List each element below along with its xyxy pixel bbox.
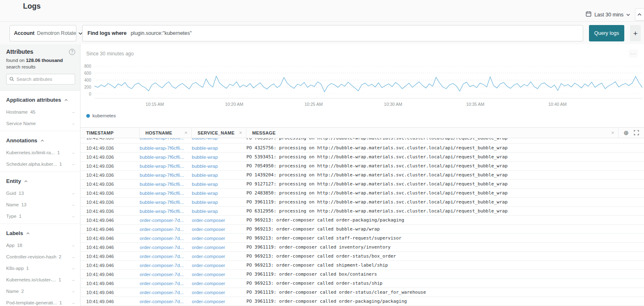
cell-hostname-link[interactable]: bubble-wrap-7f6cf6... [140,146,192,151]
cell-hostname-link[interactable]: order-composer-7d... [140,299,192,304]
table-row[interactable]: 10:41:49.046 order-composer-7d... order-… [80,297,644,306]
table-row[interactable]: 10:41:49.036 bubble-wrap-7f6cf6... bubbl… [80,189,644,198]
cell-hostname-link[interactable]: order-composer-7d... [140,245,192,250]
cell-service-name-link[interactable]: bubble-wrap [192,209,246,214]
account-selector[interactable]: Account Demotron Rotate [9,25,76,41]
attribute-item[interactable]: Pod-template-generati... 1 – [0,297,80,306]
attribute-item[interactable]: Type 1 – [0,210,80,222]
attribute-item-name: Type [6,214,16,219]
cell-service-name-link[interactable]: bubble-wrap [192,164,246,169]
table-row[interactable]: 10:41:49.036 bubble-wrap-7f6cf6... bubbl… [80,180,644,189]
cell-hostname-link[interactable]: order-composer-7d... [140,263,192,268]
cell-service-name-link[interactable]: order-composer [192,254,246,259]
search-attributes-input[interactable] [16,77,72,82]
table-row[interactable]: 10:41:49.036 bubble-wrap-7f6cf6... bubbl… [80,207,644,216]
table-row[interactable]: 10:41:49.036 bubble-wrap-7f6cf6... bubbl… [80,162,644,171]
table-row[interactable]: 10:41:49.046 order-composer-7d... order-… [80,243,644,252]
table-row[interactable]: 10:41:49.046 order-composer-7d... order-… [80,279,644,288]
attribute-item[interactable]: Guid 13 – [0,187,80,199]
table-row[interactable]: 10:41:49.046 order-composer-7d... order-… [80,270,644,279]
add-query-button[interactable]: + [630,25,641,41]
table-row[interactable]: 10:41:49.046 order-composer-7d... order-… [80,234,644,243]
remove-column-icon[interactable]: × [239,130,242,136]
cell-hostname-link[interactable]: bubble-wrap-7f6cf6... [140,191,192,196]
column-header-hostname[interactable]: HOSTNAME × [140,128,192,138]
attribute-item[interactable]: App 18 – [0,240,80,251]
query-logs-button[interactable]: Query logs [589,25,624,41]
column-header-timestamp[interactable]: TIMESTAMP [80,128,140,138]
table-row[interactable]: 10:41:49.036 bubble-wrap-7f6cf6... bubbl… [80,198,644,207]
expand-table-icon[interactable] [634,130,639,135]
cell-service-name-link[interactable]: order-composer [192,272,246,277]
attribute-item[interactable]: K8s-app 1 – [0,263,80,274]
cell-service-name-link[interactable]: bubble-wrap [192,155,246,160]
chart-legend[interactable]: kubernetes [86,113,116,118]
cell-service-name-link[interactable]: order-composer [192,263,246,268]
remove-column-icon[interactable]: × [611,130,614,136]
cell-hostname-link[interactable]: order-composer-7d... [140,254,192,259]
legend-dot-kubernetes [86,114,90,118]
table-row[interactable]: 10:41:49.046 order-composer-7d... order-… [80,225,644,234]
cell-service-name-link[interactable]: order-composer [192,245,246,250]
cell-message: PO 5393451: processing on http://bubble-… [246,154,644,160]
table-row[interactable]: 10:41:49.046 order-composer-7d... order-… [80,216,644,225]
table-row[interactable]: 10:41:49.046 order-composer-7d... order-… [80,261,644,270]
attribute-item[interactable]: Name 2 – [0,285,80,297]
cell-hostname-link[interactable]: bubble-wrap-7f6cf6... [140,138,192,140]
attribute-section-header[interactable]: Entity [0,174,80,187]
attribute-section-header[interactable]: Application attributes [0,93,80,106]
cell-service-name-link[interactable]: order-composer [192,227,246,232]
log-query-input[interactable]: Find logs where plugin.source:"kubernete… [82,25,583,41]
cell-hostname-link[interactable]: order-composer-7d... [140,218,192,223]
attribute-item-count: 2 [59,254,61,259]
cell-hostname-link[interactable]: bubble-wrap-7f6cf6... [140,155,192,160]
remove-column-icon[interactable]: × [184,130,188,136]
attribute-item[interactable]: Controller-revision-hash 2 – [0,251,80,263]
column-header-service-name[interactable]: SERVICE_NAME × [192,128,246,138]
add-column-icon[interactable]: ⊕ [623,130,629,136]
attribute-section-header[interactable]: Labels [0,226,80,240]
attributes-search[interactable] [6,74,75,84]
cell-hostname-link[interactable]: order-composer-7d... [140,290,192,295]
attribute-item[interactable]: Kubernetes.io/limit-ra... 1 – [0,147,80,158]
table-row[interactable]: 10:41:49.046 order-composer-7d... order-… [80,252,644,261]
attribute-item[interactable]: Service Name – [0,118,80,129]
cell-hostname-link[interactable]: order-composer-7d... [140,272,192,277]
cell-hostname-link[interactable]: order-composer-7d... [140,281,192,286]
table-row[interactable]: 10:41:49.036 bubble-wrap-7f6cf6... bubbl… [80,144,644,153]
time-range-picker[interactable]: Last 30 mins [586,11,630,18]
cell-service-name-link[interactable]: order-composer [192,218,246,223]
column-header-message[interactable]: MESSAGE × [246,128,619,138]
help-icon[interactable]: ? [69,49,75,55]
cell-service-name-link[interactable]: order-composer [192,236,246,241]
cell-hostname-link[interactable]: order-composer-7d... [140,236,192,241]
cell-service-name-link[interactable]: order-composer [192,290,246,295]
cell-service-name-link[interactable]: bubble-wrap [192,191,246,196]
cell-service-name-link[interactable]: bubble-wrap [192,200,246,205]
cell-hostname-link[interactable]: bubble-wrap-7f6cf6... [140,200,192,205]
cell-hostname-link[interactable]: bubble-wrap-7f6cf6... [140,209,192,214]
cell-service-name-link[interactable]: bubble-wrap [192,182,246,187]
log-volume-chart[interactable] [94,66,642,94]
cell-hostname-link[interactable]: bubble-wrap-7f6cf6... [140,182,192,187]
table-row[interactable]: 10:41:49.036 bubble-wrap-7f6cf6... bubbl… [80,138,644,144]
cell-hostname-link[interactable]: order-composer-7d... [140,227,192,232]
chart-options-button[interactable]: ··· [629,50,638,58]
table-row[interactable]: 10:41:49.046 order-composer-7d... order-… [80,288,644,297]
cell-hostname-link[interactable]: bubble-wrap-7f6cf6... [140,173,192,178]
cell-service-name-link[interactable]: order-composer [192,299,246,304]
chevron-up-icon [41,139,44,142]
attribute-item[interactable]: Name 13 – [0,199,80,210]
attribute-section-header[interactable]: Annotations [0,134,80,147]
table-row[interactable]: 10:41:49.036 bubble-wrap-7f6cf6... bubbl… [80,153,644,162]
cell-service-name-link[interactable]: bubble-wrap [192,138,246,140]
cell-service-name-link[interactable]: bubble-wrap [192,173,246,178]
attribute-item[interactable]: Scheduler.alpha.kuber... 1 – [0,158,80,170]
attribute-item[interactable]: Kubernetes.io/cluster-... 1 – [0,274,80,285]
cell-service-name-link[interactable]: order-composer [192,281,246,286]
collapse-panel-button[interactable] [635,8,644,21]
cell-service-name-link[interactable]: bubble-wrap [192,146,246,151]
table-row[interactable]: 10:41:49.036 bubble-wrap-7f6cf6... bubbl… [80,171,644,180]
cell-hostname-link[interactable]: bubble-wrap-7f6cf6... [140,164,192,169]
attribute-item[interactable]: Hostname 45 – [0,106,80,118]
